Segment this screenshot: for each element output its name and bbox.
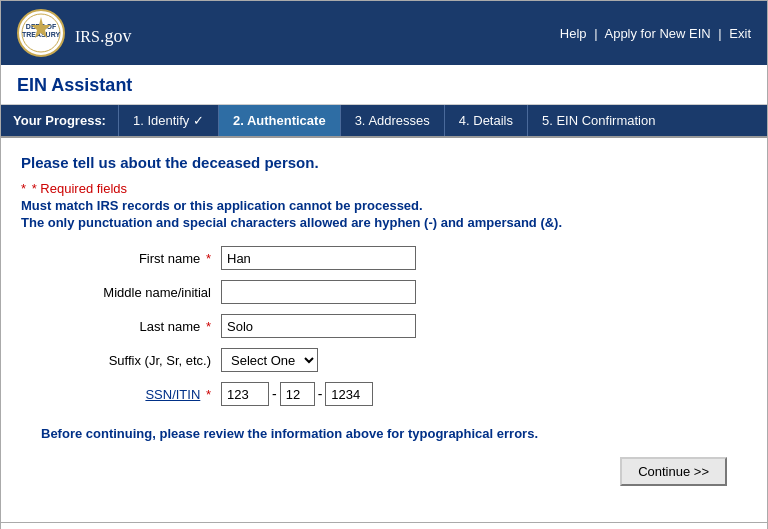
page-footer: IRS Privacy Policy | Accessibility — [1, 522, 767, 529]
info-line-1: Must match IRS records or this applicati… — [21, 198, 747, 213]
suffix-label: Suffix (Jr, Sr, etc.) — [21, 353, 221, 368]
progress-step-4[interactable]: 4. Details — [444, 105, 527, 136]
ssn-part1-input[interactable] — [221, 382, 269, 406]
required-note: * * Required fields — [21, 181, 747, 196]
last-name-input[interactable] — [221, 314, 416, 338]
first-name-label: First name * — [21, 251, 221, 266]
help-link[interactable]: Help — [560, 26, 587, 41]
last-name-label: Last name * — [21, 319, 221, 334]
warning-message: Before continuing, please review the inf… — [21, 426, 747, 441]
section-title: Please tell us about the deceased person… — [21, 154, 747, 171]
progress-step-1[interactable]: 1. Identify ✓ — [118, 105, 218, 136]
suffix-row: Suffix (Jr, Sr, etc.) Select One Jr Sr I… — [21, 348, 747, 372]
ssn-inputs: - - — [221, 382, 373, 406]
deceased-form: First name * Middle name/initial Last na… — [21, 246, 747, 406]
button-row: Continue >> — [21, 457, 747, 486]
first-name-row: First name * — [21, 246, 747, 270]
ssn-label: SSN/ITIN * — [21, 387, 221, 402]
ssn-row: SSN/ITIN * - - — [21, 382, 747, 406]
irs-logo-text: IRS.gov — [75, 17, 131, 48]
middle-name-row: Middle name/initial — [21, 280, 747, 304]
header-links: Help | Apply for New EIN | Exit — [560, 26, 751, 41]
progress-step-5[interactable]: 5. EIN Confirmation — [527, 105, 669, 136]
first-name-input[interactable] — [221, 246, 416, 270]
irs-seal-icon: DEPT OF TREASURY — [17, 9, 65, 57]
irs-brand: IRS.gov — [75, 17, 131, 49]
ssn-link[interactable]: SSN/ITIN — [145, 387, 200, 402]
ssn-part3-input[interactable] — [325, 382, 373, 406]
last-name-row: Last name * — [21, 314, 747, 338]
suffix-select[interactable]: Select One Jr Sr II III IV — [221, 348, 318, 372]
middle-name-input[interactable] — [221, 280, 416, 304]
exit-link[interactable]: Exit — [729, 26, 751, 41]
page-title: EIN Assistant — [17, 75, 751, 96]
main-content: Please tell us about the deceased person… — [1, 138, 767, 522]
progress-step-2[interactable]: 2. Authenticate — [218, 105, 340, 136]
site-header: DEPT OF TREASURY IRS.gov Help | Apply fo… — [1, 1, 767, 65]
middle-name-label: Middle name/initial — [21, 285, 221, 300]
progress-step-3[interactable]: 3. Addresses — [340, 105, 444, 136]
continue-button[interactable]: Continue >> — [620, 457, 727, 486]
progress-bar: Your Progress: 1. Identify ✓ 2. Authenti… — [1, 105, 767, 138]
logo-area: DEPT OF TREASURY IRS.gov — [17, 9, 131, 57]
apply-ein-link[interactable]: Apply for New EIN — [604, 26, 710, 41]
progress-label: Your Progress: — [1, 105, 118, 136]
info-line-2: The only punctuation and special charact… — [21, 215, 747, 230]
page-title-bar: EIN Assistant — [1, 65, 767, 105]
ssn-part2-input[interactable] — [280, 382, 315, 406]
